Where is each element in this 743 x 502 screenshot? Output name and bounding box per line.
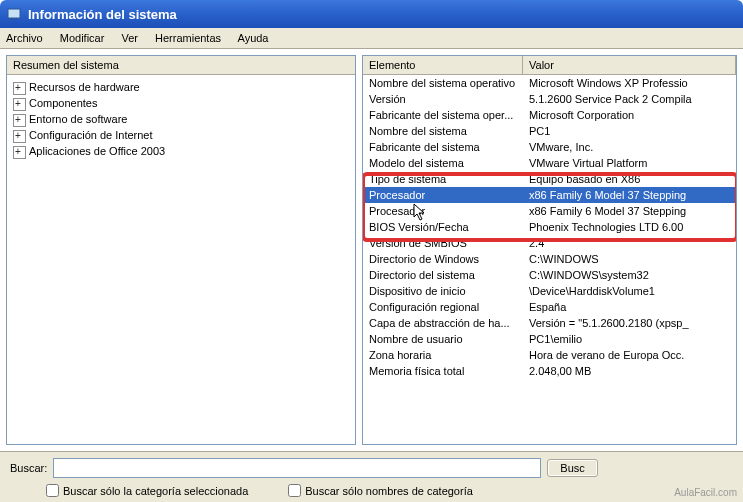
tree-panel: Resumen del sistema Recursos de hardware… (6, 55, 356, 445)
table-row[interactable]: Dispositivo de inicio\Device\HarddiskVol… (363, 283, 736, 299)
svg-rect-0 (8, 9, 20, 18)
tree-header[interactable]: Resumen del sistema (7, 56, 355, 75)
table-row[interactable]: BIOS Versión/FechaPhoenix Technologies L… (363, 219, 736, 235)
cell-element: Versión de SMBIOS (363, 236, 523, 250)
search-input[interactable] (53, 458, 541, 478)
table-row[interactable]: Fabricante del sistema oper...Microsoft … (363, 107, 736, 123)
cell-element: Fabricante del sistema (363, 140, 523, 154)
cell-value: VMware Virtual Platform (523, 156, 736, 170)
search-area: Buscar: Busc Buscar sólo la categoría se… (0, 451, 743, 502)
cell-value: Equipo basado en X86 (523, 172, 736, 186)
menu-file[interactable]: Archivo (6, 32, 43, 44)
tree-item[interactable]: Entorno de software (7, 111, 355, 127)
cell-element: Versión (363, 92, 523, 106)
chk-names-only-label: Buscar sólo nombres de categoría (305, 485, 473, 497)
table-row[interactable]: Versión5.1.2600 Service Pack 2 Compila (363, 91, 736, 107)
title-bar: Información del sistema (0, 0, 743, 28)
tree-item[interactable]: Aplicaciones de Office 2003 (7, 143, 355, 159)
table-row[interactable]: Fabricante del sistemaVMware, Inc. (363, 139, 736, 155)
cell-value: Microsoft Corporation (523, 108, 736, 122)
chk-names-only[interactable]: Buscar sólo nombres de categoría (288, 484, 473, 497)
find-button[interactable]: Busc (547, 459, 597, 477)
cell-value: España (523, 300, 736, 314)
cell-element: Nombre de usuario (363, 332, 523, 346)
cell-value: C:\WINDOWS\system32 (523, 268, 736, 282)
cell-element: Capa de abstracción de ha... (363, 316, 523, 330)
tree-list: Recursos de hardwareComponentesEntorno d… (7, 75, 355, 163)
cell-value: 2.4 (523, 236, 736, 250)
cell-element: Modelo del sistema (363, 156, 523, 170)
chk-category-only[interactable]: Buscar sólo la categoría seleccionada (46, 484, 248, 497)
tree-item[interactable]: Componentes (7, 95, 355, 111)
cell-value: PC1 (523, 124, 736, 138)
cell-value: Microsoft Windows XP Professio (523, 76, 736, 90)
cell-value: PC1\emilio (523, 332, 736, 346)
tree-item[interactable]: Configuración de Internet (7, 127, 355, 143)
menu-tools[interactable]: Herramientas (155, 32, 221, 44)
cell-value: x86 Family 6 Model 37 Stepping (523, 188, 736, 202)
cell-element: BIOS Versión/Fecha (363, 220, 523, 234)
col-header-value[interactable]: Valor (523, 56, 736, 74)
table-row[interactable]: Nombre del sistemaPC1 (363, 123, 736, 139)
chk-names-only-box[interactable] (288, 484, 301, 497)
search-label: Buscar: (10, 462, 47, 474)
detail-panel: Elemento Valor Nombre del sistema operat… (362, 55, 737, 445)
cell-element: Dispositivo de inicio (363, 284, 523, 298)
table-row[interactable]: Modelo del sistemaVMware Virtual Platfor… (363, 155, 736, 171)
detail-header: Elemento Valor (363, 56, 736, 75)
chk-category-only-box[interactable] (46, 484, 59, 497)
cell-value: VMware, Inc. (523, 140, 736, 154)
cell-element: Configuración regional (363, 300, 523, 314)
cell-value: Hora de verano de Europa Occ. (523, 348, 736, 362)
table-row[interactable]: Procesadorx86 Family 6 Model 37 Stepping (363, 187, 736, 203)
cell-value: 5.1.2600 Service Pack 2 Compila (523, 92, 736, 106)
tree-item[interactable]: Recursos de hardware (7, 79, 355, 95)
cell-element: Nombre del sistema (363, 124, 523, 138)
content-area: Resumen del sistema Recursos de hardware… (0, 49, 743, 451)
cell-element: Directorio de Windows (363, 252, 523, 266)
cell-element: Tipo de sistema (363, 172, 523, 186)
cell-element: Nombre del sistema operativo (363, 76, 523, 90)
cell-value: Phoenix Technologies LTD 6.00 (523, 220, 736, 234)
table-row[interactable]: Memoria física total2.048,00 MB (363, 363, 736, 379)
cell-element: Memoria física total (363, 364, 523, 378)
detail-body: Nombre del sistema operativoMicrosoft Wi… (363, 75, 736, 379)
table-row[interactable]: Versión de SMBIOS2.4 (363, 235, 736, 251)
window-title: Información del sistema (28, 7, 177, 22)
menu-view[interactable]: Ver (121, 32, 138, 44)
cell-value: \Device\HarddiskVolume1 (523, 284, 736, 298)
svg-rect-1 (11, 19, 17, 20)
table-row[interactable]: Nombre de usuarioPC1\emilio (363, 331, 736, 347)
cell-value: C:\WINDOWS (523, 252, 736, 266)
table-row[interactable]: Capa de abstracción de ha...Versión = "5… (363, 315, 736, 331)
chk-category-only-label: Buscar sólo la categoría seleccionada (63, 485, 248, 497)
table-row[interactable]: Tipo de sistemaEquipo basado en X86 (363, 171, 736, 187)
watermark: AulaFacil.com (674, 487, 737, 498)
table-row[interactable]: Nombre del sistema operativoMicrosoft Wi… (363, 75, 736, 91)
cell-element: Fabricante del sistema oper... (363, 108, 523, 122)
cell-element: Zona horaria (363, 348, 523, 362)
table-row[interactable]: Configuración regionalEspaña (363, 299, 736, 315)
menu-bar: Archivo Modificar Ver Herramientas Ayuda (0, 28, 743, 49)
cell-value: x86 Family 6 Model 37 Stepping (523, 204, 736, 218)
table-row[interactable]: Procesadorx86 Family 6 Model 37 Stepping (363, 203, 736, 219)
table-row[interactable]: Zona horariaHora de verano de Europa Occ… (363, 347, 736, 363)
cell-element: Directorio del sistema (363, 268, 523, 282)
menu-edit[interactable]: Modificar (60, 32, 105, 44)
cell-element: Procesador (363, 204, 523, 218)
table-row[interactable]: Directorio de WindowsC:\WINDOWS (363, 251, 736, 267)
cell-value: 2.048,00 MB (523, 364, 736, 378)
table-row[interactable]: Directorio del sistemaC:\WINDOWS\system3… (363, 267, 736, 283)
cell-value: Versión = "5.1.2600.2180 (xpsp_ (523, 316, 736, 330)
col-header-element[interactable]: Elemento (363, 56, 523, 74)
cell-element: Procesador (363, 188, 523, 202)
sysinfo-icon (6, 6, 22, 22)
menu-help[interactable]: Ayuda (238, 32, 269, 44)
